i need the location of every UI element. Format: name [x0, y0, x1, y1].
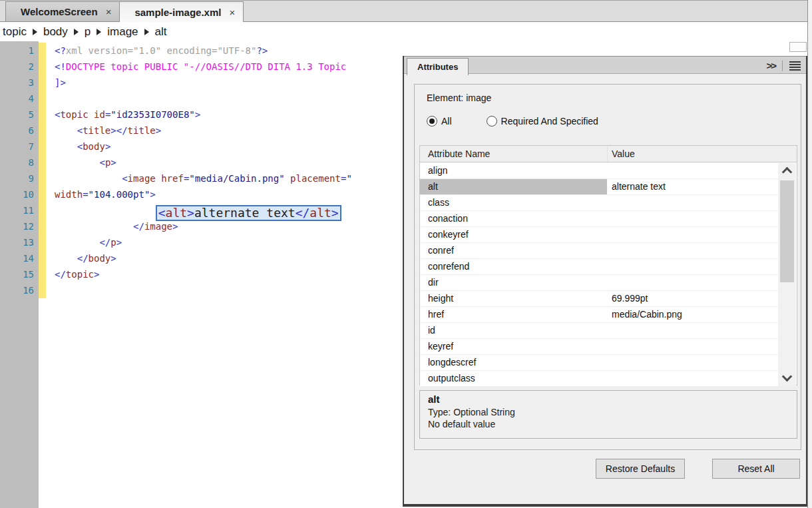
scroll-down-icon[interactable] — [782, 372, 793, 382]
code-token: > — [150, 189, 155, 200]
attr-name-cell[interactable]: alt — [420, 179, 607, 194]
tab-label: sample-image.xml — [134, 7, 221, 18]
app-window: WelcomeScreen × sample-image.xml × topic… — [0, 0, 812, 508]
attr-row-height[interactable]: height69.999pt — [420, 291, 779, 307]
attr-name-cell[interactable]: longdescref — [420, 355, 607, 370]
scroll-up-icon[interactable] — [782, 167, 793, 178]
code-token: ></ — [110, 125, 127, 136]
attributes-panel: Attributes >> Element: image All Require… — [403, 56, 807, 507]
line-number: 13 — [0, 234, 39, 250]
code-token: placement — [290, 173, 341, 184]
code-token: DOCTYPE topic PUBLIC "-//OASIS//DTD DITA… — [66, 61, 346, 72]
attr-row-keyref[interactable]: keyref — [420, 339, 779, 355]
attr-name-cell[interactable]: href — [420, 307, 607, 322]
close-tab-icon[interactable]: × — [106, 6, 112, 17]
attr-name-cell[interactable]: conaction — [420, 211, 607, 226]
attr-row-href[interactable]: hrefmedia/Cabin.png — [420, 307, 779, 323]
code-token: width — [55, 189, 83, 200]
code-token: > — [331, 206, 339, 220]
restore-defaults-button[interactable]: Restore Defaults — [596, 459, 685, 479]
editor-vertical-scrollbar-thumb[interactable] — [789, 42, 807, 52]
code-token: alt — [309, 206, 331, 220]
radio-button-icon[interactable] — [427, 116, 437, 127]
attr-name-cell[interactable]: id — [420, 323, 607, 338]
attr-row-conkeyref[interactable]: conkeyref — [420, 227, 779, 243]
attr-name-cell[interactable]: conkeyref — [420, 227, 607, 242]
code-token: > — [116, 237, 122, 248]
breadcrumb-item-p[interactable]: p — [85, 25, 91, 39]
attr-name-cell[interactable]: class — [420, 195, 607, 210]
attr-row-conaction[interactable]: conaction — [420, 211, 779, 227]
code-token: > — [105, 141, 110, 152]
attr-name-cell[interactable]: keyref — [420, 339, 607, 354]
table-scrollbar-thumb[interactable] — [780, 180, 794, 282]
code-token: title — [128, 125, 156, 136]
code-token: > — [195, 109, 200, 120]
code-token: > — [187, 206, 194, 220]
attr-value-cell[interactable]: alternate text — [612, 179, 666, 194]
window-right-scrollbar-strip[interactable] — [807, 0, 812, 508]
reset-all-button[interactable]: Reset All — [712, 459, 800, 479]
attr-value-cell[interactable]: media/Cabin.png — [612, 307, 682, 322]
breadcrumb-item-image[interactable]: image — [107, 25, 138, 39]
column-header-attribute-name[interactable]: Attribute Name — [428, 148, 490, 159]
table-scrollbar[interactable] — [778, 163, 796, 385]
attr-name-cell[interactable]: conrefend — [420, 259, 607, 274]
attr-name-cell[interactable]: dir — [420, 275, 607, 290]
attr-row-id[interactable]: id — [420, 323, 779, 339]
attribute-info-type: Type: Optional String — [428, 406, 797, 418]
attr-name-cell[interactable]: outputclass — [420, 371, 607, 386]
code-token: </ — [99, 237, 110, 248]
attr-row-conref[interactable]: conref — [420, 243, 779, 259]
attr-name-cell[interactable]: height — [420, 291, 607, 306]
attr-row-class[interactable]: class — [420, 195, 779, 211]
code-token — [89, 109, 94, 120]
attr-row-longdescref[interactable]: longdescref — [420, 355, 779, 371]
attr-row-dir[interactable]: dir — [420, 275, 779, 291]
attribute-info-default: No default value — [428, 418, 797, 430]
code-token: body — [83, 141, 105, 152]
line-number: 5 — [0, 107, 39, 123]
code-token: > — [172, 221, 178, 232]
radio-required-and-specified[interactable]: Required And Specified — [487, 116, 598, 127]
attr-row-conrefend[interactable]: conrefend — [420, 259, 779, 275]
line-number: 16 — [0, 282, 39, 298]
attr-name-cell[interactable]: align — [420, 163, 607, 178]
code-token — [156, 173, 161, 184]
attr-row-align[interactable]: align — [420, 163, 779, 179]
attributes-panel-tab[interactable]: Attributes — [407, 58, 469, 75]
code-token: p — [110, 237, 116, 248]
code-token: > — [110, 157, 116, 168]
code-token: image — [144, 221, 172, 232]
attr-name-cell[interactable]: conref — [420, 243, 607, 258]
tab-sample-image-xml[interactable]: sample-image.xml × — [119, 1, 244, 22]
attr-value-cell[interactable]: 69.999pt — [612, 291, 648, 306]
code-token: xml version="1.0" encoding="UTF-8" — [66, 45, 257, 56]
code-token: < — [122, 173, 127, 184]
radio-button-icon[interactable] — [487, 116, 497, 127]
attr-row-alt[interactable]: altalternate text — [420, 179, 779, 195]
code-token: alt — [166, 206, 188, 220]
code-token: ]> — [55, 77, 66, 88]
attributes-table-header: Attribute Name Value — [420, 146, 797, 162]
breadcrumb-item-alt[interactable]: alt — [155, 25, 167, 39]
code-token: </ — [55, 269, 66, 280]
code-token: </ — [77, 253, 89, 264]
radio-all[interactable]: All — [427, 116, 452, 127]
code-token: > — [156, 125, 161, 136]
panel-menu-icon[interactable] — [789, 61, 801, 71]
attributes-panel-tab-label: Attributes — [417, 62, 458, 72]
code-token: </ — [133, 221, 144, 232]
code-token: = — [83, 189, 88, 200]
column-header-value[interactable]: Value — [612, 148, 635, 159]
tab-welcomescreen[interactable]: WelcomeScreen × — [5, 1, 120, 21]
breadcrumb-item-topic[interactable]: topic — [3, 25, 27, 39]
selected-element-box[interactable]: <alt>alternate text</alt> — [156, 205, 341, 221]
close-tab-icon[interactable]: × — [229, 7, 235, 18]
breadcrumb-item-body[interactable]: body — [43, 25, 68, 39]
line-number: 10 — [0, 186, 39, 202]
code-token: <! — [55, 61, 66, 72]
code-token: topic — [66, 269, 94, 280]
chevron-double-right-icon[interactable]: >> — [766, 60, 775, 71]
attr-row-outputclass[interactable]: outputclass — [420, 371, 779, 387]
